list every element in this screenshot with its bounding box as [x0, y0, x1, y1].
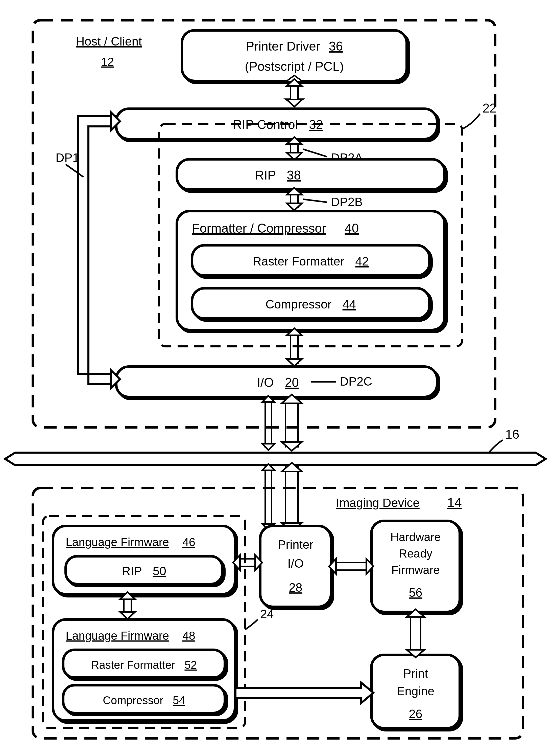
print-engine-ref: 26 — [409, 707, 422, 720]
rip-box — [177, 159, 445, 190]
printer-io-line2: I/O — [288, 557, 304, 570]
rip-label: RIP 38 — [255, 168, 301, 182]
print-engine-line2: Engine — [397, 684, 434, 698]
rip-control-label: RIP Control 32 — [233, 118, 323, 132]
processing-group-leader — [462, 114, 480, 129]
imaging-device-ref: 14 — [447, 495, 462, 510]
arrow-lang48-engine — [235, 683, 373, 703]
bus-ref: 16 — [505, 427, 520, 441]
dp1-label: DP1 — [56, 151, 79, 164]
dp2b-leader — [303, 199, 327, 202]
arrow-hostio-bus-2 — [282, 395, 302, 451]
printer-io-line1: Printer — [278, 538, 313, 551]
bus-leader — [489, 440, 503, 453]
dp2c-label: DP2C — [340, 375, 372, 388]
arrow-hostio-bus-1 — [262, 396, 274, 450]
printer-io-ref: 28 — [289, 581, 302, 594]
dp2a-leader — [303, 149, 327, 157]
printer-driver-sub: (Postscript / PCL) — [245, 59, 344, 74]
lang48-compressor-label: Compressor 54 — [103, 694, 185, 706]
dbl-arrow-lang — [120, 592, 135, 619]
host-client-ref: 12 — [101, 55, 114, 68]
print-engine-line1: Print — [403, 667, 428, 680]
language-group-leader — [245, 619, 258, 630]
language-group-ref: 24 — [260, 607, 273, 621]
hardware-ready-line2: Ready — [399, 547, 432, 560]
hardware-ready-line3: Firmware — [391, 563, 440, 576]
dbl-arrow-printerio-hwready — [329, 559, 373, 574]
diagram-canvas: Host / Client 12 Printer Driver 36 (Post… — [0, 0, 553, 756]
dp1-leader — [66, 164, 83, 177]
arrow-bus-printerio-1 — [262, 464, 274, 530]
dbl-arrow-2 — [287, 137, 302, 160]
svg-rect-2 — [177, 159, 445, 190]
dp2b-label: DP2B — [331, 195, 363, 209]
lang46-rip-label: RIP 50 — [122, 564, 166, 578]
dbl-arrow-lang46-printerio — [233, 555, 262, 570]
dbl-arrow-3 — [287, 188, 302, 210]
dbl-arrow-hwready-engine — [407, 609, 424, 658]
hardware-ready-line1: Hardware — [390, 531, 441, 544]
processing-group-ref: 22 — [482, 101, 497, 115]
bus — [5, 453, 546, 465]
compressor-label: Compressor 44 — [265, 297, 356, 311]
imaging-device-title: Imaging Device — [336, 496, 420, 509]
hardware-ready-ref: 56 — [409, 586, 422, 599]
arrow-bus-printerio-2 — [282, 463, 302, 532]
host-client-title: Host / Client — [76, 35, 142, 48]
